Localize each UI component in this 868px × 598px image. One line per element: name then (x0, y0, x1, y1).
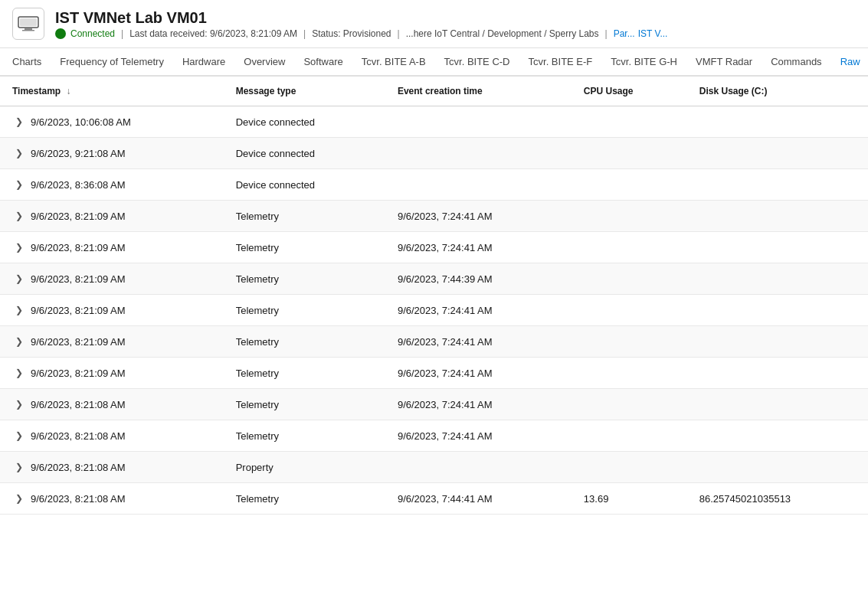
cell-disk-usage (687, 169, 868, 201)
table-row: ❯9/6/2023, 8:21:08 AMTelemetry9/6/2023, … (0, 420, 868, 452)
cell-message-type: Property (224, 452, 385, 483)
cell-disk-usage (687, 138, 868, 169)
cell-timestamp: ❯9/6/2023, 8:21:08 AM (0, 483, 224, 515)
timestamp-value: 9/6/2023, 8:21:09 AM (31, 305, 126, 316)
cell-cpu-usage (572, 201, 687, 232)
cell-event-creation-time: 9/6/2023, 7:24:41 AM (385, 389, 572, 420)
cell-cpu-usage: 13.69 (572, 483, 687, 515)
nav-tabs: ChartsFrequency of TelemetryHardwareOver… (0, 48, 868, 77)
data-table-container: Timestamp ↓ Message type Event creation … (0, 77, 868, 515)
cell-disk-usage: 86.25745021035513 (687, 483, 868, 515)
cell-disk-usage (687, 263, 868, 295)
expand-row-button[interactable]: ❯ (12, 115, 26, 129)
table-row: ❯9/6/2023, 8:21:08 AMTelemetry9/6/2023, … (0, 483, 868, 515)
col-cpu-usage[interactable]: CPU Usage (572, 77, 687, 106)
nav-tab-tcvr.-bite-a-b[interactable]: Tcvr. BITE A-B (352, 48, 435, 77)
col-timestamp[interactable]: Timestamp ↓ (0, 77, 224, 106)
sort-desc-icon: ↓ (66, 86, 70, 96)
expand-row-button[interactable]: ❯ (12, 209, 26, 223)
cell-message-type: Device connected (224, 138, 385, 169)
cell-disk-usage (687, 201, 868, 232)
cell-disk-usage (687, 106, 868, 138)
cell-message-type: Telemetry (224, 389, 385, 420)
cell-timestamp: ❯9/6/2023, 8:21:09 AM (0, 295, 224, 326)
nav-tab-frequency-of-telemetry[interactable]: Frequency of Telemetry (51, 48, 173, 77)
cell-disk-usage (687, 389, 868, 420)
timestamp-value: 9/6/2023, 8:21:09 AM (31, 368, 126, 379)
col-event-creation-time[interactable]: Event creation time (385, 77, 572, 106)
col-message-type[interactable]: Message type (224, 77, 385, 106)
table-row: ❯9/6/2023, 8:21:09 AMTelemetry9/6/2023, … (0, 263, 868, 295)
nav-tab-charts[interactable]: Charts (3, 48, 51, 77)
cell-event-creation-time (385, 452, 572, 483)
expand-row-button[interactable]: ❯ (12, 429, 26, 443)
device-icon (12, 8, 44, 40)
cell-event-creation-time: 9/6/2023, 7:24:41 AM (385, 201, 572, 232)
expand-row-button[interactable]: ❯ (12, 240, 26, 254)
expand-row-button[interactable]: ❯ (12, 460, 26, 474)
breadcrumb: ...here IoT Central / Development / Sper… (406, 28, 599, 39)
expand-row-button[interactable]: ❯ (12, 146, 26, 160)
cell-cpu-usage (572, 326, 687, 358)
cell-event-creation-time (385, 138, 572, 169)
table-row: ❯9/6/2023, 10:06:08 AMDevice connected (0, 106, 868, 138)
expand-row-button[interactable]: ❯ (12, 272, 26, 286)
header: IST VMNet Lab VM01 Connected | Last data… (0, 0, 868, 48)
cell-cpu-usage (572, 263, 687, 295)
timestamp-value: 9/6/2023, 8:21:09 AM (31, 242, 126, 253)
nav-tab-tcvr.-bite-g-h[interactable]: Tcvr. BITE G-H (601, 48, 686, 77)
timestamp-value: 9/6/2023, 10:06:08 AM (31, 116, 131, 128)
cell-cpu-usage (572, 389, 687, 420)
nav-tab-tcvr.-bite-c-d[interactable]: Tcvr. BITE C-D (435, 48, 519, 77)
cell-event-creation-time (385, 169, 572, 201)
expand-row-button[interactable]: ❯ (12, 366, 26, 380)
cell-timestamp: ❯9/6/2023, 8:36:08 AM (0, 169, 224, 201)
table-row: ❯9/6/2023, 8:21:08 AMTelemetry9/6/2023, … (0, 389, 868, 420)
par-link[interactable]: Par... (614, 28, 635, 39)
timestamp-value: 9/6/2023, 8:21:08 AM (31, 493, 126, 505)
cell-message-type: Telemetry (224, 420, 385, 452)
cell-timestamp: ❯9/6/2023, 9:21:08 AM (0, 138, 224, 169)
cell-message-type: Telemetry (224, 263, 385, 295)
cell-cpu-usage (572, 358, 687, 389)
nav-tab-commands[interactable]: Commands (762, 48, 830, 77)
timestamp-value: 9/6/2023, 8:21:08 AM (31, 399, 126, 410)
ist-link[interactable]: IST V... (638, 28, 668, 39)
cell-disk-usage (687, 326, 868, 358)
table-row: ❯9/6/2023, 8:21:09 AMTelemetry9/6/2023, … (0, 358, 868, 389)
connected-status: Connected (70, 28, 115, 39)
device-title: IST VMNet Lab VM01 (55, 9, 667, 27)
timestamp-value: 9/6/2023, 9:21:08 AM (31, 148, 126, 159)
nav-tab-vmft-radar[interactable]: VMFT Radar (686, 48, 762, 77)
cell-disk-usage (687, 452, 868, 483)
table-row: ❯9/6/2023, 9:21:08 AMDevice connected (0, 138, 868, 169)
timestamp-value: 9/6/2023, 8:21:09 AM (31, 211, 126, 222)
nav-tab-overview[interactable]: Overview (234, 48, 294, 77)
expand-row-button[interactable]: ❯ (12, 335, 26, 348)
cell-timestamp: ❯9/6/2023, 8:21:09 AM (0, 326, 224, 358)
expand-row-button[interactable]: ❯ (12, 397, 26, 411)
col-disk-usage[interactable]: Disk Usage (C:) (687, 77, 868, 106)
timestamp-value: 9/6/2023, 8:21:09 AM (31, 273, 126, 285)
timestamp-value: 9/6/2023, 8:36:08 AM (31, 179, 126, 191)
table-header: Timestamp ↓ Message type Event creation … (0, 77, 868, 106)
nav-tab-tcvr.-bite-e-f[interactable]: Tcvr. BITE E-F (519, 48, 602, 77)
nav-tab-raw[interactable]: Raw (831, 48, 868, 77)
svg-rect-3 (22, 30, 34, 31)
cell-event-creation-time: 9/6/2023, 7:24:41 AM (385, 358, 572, 389)
table-row: ❯9/6/2023, 8:21:09 AMTelemetry9/6/2023, … (0, 295, 868, 326)
nav-tab-hardware[interactable]: Hardware (173, 48, 234, 77)
cell-cpu-usage (572, 138, 687, 169)
expand-row-button[interactable]: ❯ (12, 178, 26, 191)
cell-event-creation-time: 9/6/2023, 7:44:39 AM (385, 263, 572, 295)
timestamp-value: 9/6/2023, 8:21:09 AM (31, 336, 126, 348)
cell-event-creation-time: 9/6/2023, 7:24:41 AM (385, 232, 572, 263)
cell-disk-usage (687, 358, 868, 389)
cell-timestamp: ❯9/6/2023, 8:21:09 AM (0, 232, 224, 263)
cell-timestamp: ❯9/6/2023, 8:21:08 AM (0, 389, 224, 420)
expand-row-button[interactable]: ❯ (12, 492, 26, 505)
nav-tab-software[interactable]: Software (294, 48, 352, 77)
expand-row-button[interactable]: ❯ (12, 303, 26, 317)
cell-event-creation-time: 9/6/2023, 7:44:41 AM (385, 483, 572, 515)
cell-timestamp: ❯9/6/2023, 10:06:08 AM (0, 106, 224, 138)
